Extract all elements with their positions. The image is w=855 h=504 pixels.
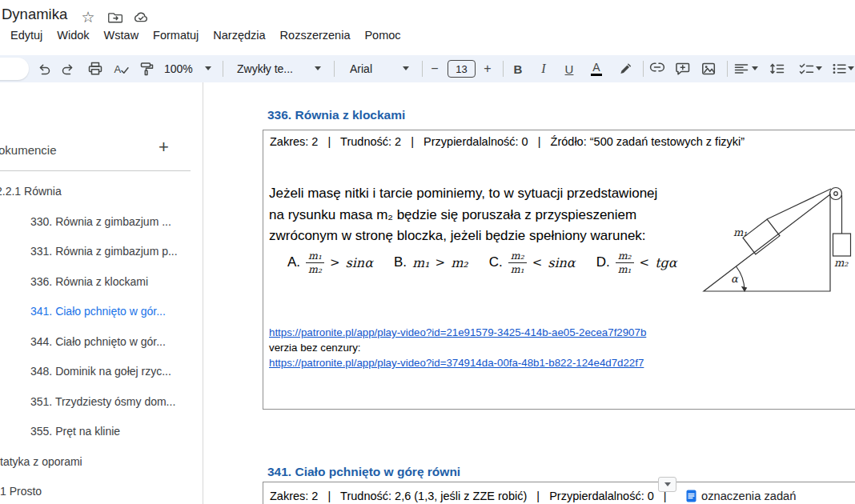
fraction-a: m₁m₂ [306,250,324,275]
problem-meta-341: Zakres: 2 | Trudność: 2,6 (1,3, jeśli z … [270,490,667,502]
table-dropdown-caret-icon [664,482,671,486]
answer-c: C. m₂m₁ < sinα [489,250,576,275]
decrease-font-size-button[interactable]: − [424,58,445,79]
align-left-button[interactable] [731,58,752,79]
font-size-input[interactable]: 13 [448,60,476,78]
figure-label-m1: m₁ [733,226,748,238]
figure-label-m2: m₂ [834,257,849,269]
menu-bar: Edytuj Widok Wstaw Formatuj Narzędzia Ro… [3,26,408,44]
answer-options: A. m₁m₂ > sinα B. m₁ > m₂ C. m₂m₁ < sinα [287,244,677,281]
zoom-caret-icon[interactable] [205,66,211,70]
outline-item-344[interactable]: 344. Ciało pchnięto w gór... [30,335,166,350]
outline-item-330[interactable]: 330. Równia z gimbazjum ... [30,215,171,230]
outline-item-351[interactable]: 351. Trzydziesty ósmy dom... [30,395,175,410]
answer-a: A. m₁m₂ > sinα [287,250,373,275]
move-to-folder-icon[interactable] [106,9,124,26]
fraction-c: m₂m₁ [508,250,527,275]
italic-button[interactable]: I [533,58,554,79]
increase-font-size-button[interactable]: + [477,58,498,79]
bulleted-list-button[interactable] [829,58,849,79]
undo-button[interactable] [33,58,54,79]
fraction-d: m₂m₁ [616,250,634,275]
bold-button[interactable]: B [508,58,528,79]
paint-format-button[interactable] [136,58,157,79]
inclined-plane-figure: m₁ m₂ α [696,182,855,303]
document-outline-panel: okumencie + 2.2.1 Równia 330. Równia z g… [0,82,203,504]
menu-rozszerzenia[interactable]: Rozszerzenia [273,26,358,44]
docs-file-icon [686,490,696,502]
figure-label-alpha: α [731,273,739,285]
spelling-check-button[interactable]: A [110,58,131,79]
section-heading-341: 341. Ciało pchnięto w górę równi [267,465,460,479]
problem-table-336: Zakres: 2 | Trudność: 2 | Przypierdalaln… [263,130,855,410]
zoom-value[interactable]: 100% [164,62,193,75]
menu-widok[interactable]: Widok [50,26,96,44]
problem-line-2: na rysunku masa m₂ będzie się poruszała … [269,205,657,226]
video-link-1[interactable]: https://patronite.pl/app/play-video?id=2… [269,325,646,340]
answer-d: D. m₂m₁ < tgα [596,250,677,275]
redo-button[interactable] [58,58,79,79]
list-caret-icon[interactable] [848,66,854,70]
outline-divider [0,170,191,171]
table-quick-actions-button[interactable] [658,477,676,492]
menu-formatuj[interactable]: Formatuj [146,26,206,44]
style-caret-icon[interactable] [315,66,321,70]
doc-link-chip-label: oznaczenia zadań [701,490,796,502]
menu-pomoc[interactable]: Pomoc [357,26,407,44]
toolbar: u A 100% Zwykły te... Arial − 13 + B I [0,55,855,82]
video-link-2[interactable]: https://patronite.pl/app/play-video?id=3… [269,355,646,370]
add-comment-button[interactable] [672,58,693,79]
star-icon[interactable]: ☆ [79,9,97,26]
menu-narzedzia[interactable]: Narzędzia [206,26,272,44]
outline-item-355[interactable]: 355. Pręt na klinie [30,425,120,439]
section-heading-336: 336. Równia z klockami [267,108,405,122]
doc-link-chip[interactable]: oznaczenia zadań [686,490,796,502]
menu-wstaw[interactable]: Wstaw [97,26,147,44]
outline-item-221-rownia[interactable]: 2.2.1 Równia [0,185,62,199]
video-links: https://patronite.pl/app/play-video?id=2… [269,325,646,370]
problem-table-341: Zakres: 2 | Trudność: 2,6 (1,3, jeśli z … [263,482,855,504]
document-status-cloud-icon[interactable] [132,9,150,26]
underline-button[interactable]: U [559,58,580,79]
insert-image-button[interactable] [698,58,719,79]
google-docs-window: Dynamika ☆ Edytuj Widok Wstaw Formatuj N… [0,0,855,504]
problem-meta-336: Zakres: 2 | Trudność: 2 | Przypierdalaln… [270,135,745,148]
align-caret-icon[interactable] [752,66,758,70]
svg-text:A: A [114,63,122,75]
answer-b: B. m₁ > m₂ [394,254,468,270]
checklist-button[interactable] [796,58,817,79]
outline-item-341-active[interactable]: 341. Ciało pchnięto w gór... [30,305,166,319]
menu-edytuj[interactable]: Edytuj [3,26,50,44]
problem-line-1: Jeżeli masę nitki i tarcie pominiemy, to… [269,183,657,205]
font-family-value[interactable]: Arial [350,62,372,75]
insert-link-button[interactable] [647,58,668,79]
outline-header-partial: okumencie [0,143,57,157]
outline-item-331[interactable]: 331. Równia z gimbazjum p... [30,245,178,259]
font-caret-icon[interactable] [403,66,409,70]
line-spacing-button[interactable] [766,58,787,79]
outline-item-348[interactable]: 348. Dominik na gołej rzyc... [30,365,171,379]
document-title[interactable]: Dynamika [2,6,67,23]
uncensored-note: verzia bez cenzury: [269,342,361,354]
outline-item-prosto[interactable]: 1 Prosto [0,485,42,499]
paragraph-style-value[interactable]: Zwykły te... [237,62,293,75]
document-page: 336. Równia z klockami Zakres: 2 | Trudn… [203,82,855,504]
highlight-color-button[interactable] [615,58,636,79]
outline-item-statyka[interactable]: tatyka z oporami [0,455,82,470]
outline-item-336[interactable]: 336. Równia z klockami [30,275,148,290]
text-color-button[interactable]: A [586,58,607,79]
add-summary-button[interactable]: + [159,137,169,158]
problem-text: Jeżeli masę nitki i tarcie pominiemy, to… [269,183,657,247]
checklist-caret-icon[interactable] [816,66,822,70]
print-button[interactable] [85,58,106,79]
search-menus-pill[interactable]: u [0,58,29,80]
